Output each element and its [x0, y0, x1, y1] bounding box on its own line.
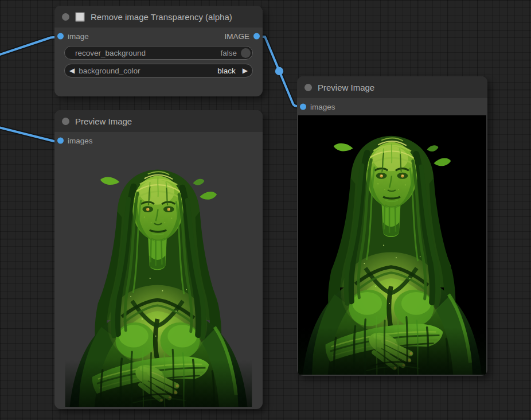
node-preview-image-right[interactable]: Preview Image images — [297, 76, 487, 376]
widget-name: background_color — [79, 67, 140, 75]
input-port-images[interactable] — [57, 138, 64, 144]
toggle-knob[interactable] — [241, 48, 251, 58]
collapse-dot[interactable] — [62, 13, 69, 21]
combo-right-arrow-icon[interactable]: ▶ — [243, 67, 248, 74]
node-box-icon — [75, 12, 85, 22]
output-port-image[interactable] — [253, 33, 260, 40]
node-graph-canvas[interactable]: Remove image Transparency (alpha) image … — [0, 0, 531, 420]
link-to-left-preview[interactable] — [0, 127, 61, 142]
preview-image-figure — [59, 149, 258, 407]
widget-value: black — [217, 67, 236, 75]
preview-image-figure — [298, 115, 486, 375]
link-midpoint-dot[interactable] — [275, 67, 283, 75]
collapse-dot[interactable] — [304, 84, 312, 91]
slot-row: images — [54, 132, 263, 149]
node-titlebar[interactable]: Preview Image — [297, 76, 487, 98]
collapse-dot[interactable] — [62, 118, 69, 125]
input-port-image[interactable] — [57, 33, 64, 40]
node-title: Remove image Transparency (alpha) — [91, 12, 232, 22]
slot-row: image IMAGE — [54, 28, 263, 45]
preview-image-transparent — [59, 149, 258, 407]
link-to-image-input[interactable] — [0, 37, 58, 56]
combo-left-arrow-icon[interactable]: ◀ — [69, 67, 75, 74]
input-label: image — [68, 32, 89, 41]
node-remove-transparency[interactable]: Remove image Transparency (alpha) image … — [54, 6, 263, 96]
widget-value: false — [220, 49, 237, 57]
widget-recover-background[interactable]: recover_background false — [64, 46, 253, 60]
node-preview-image-left[interactable]: Preview Image images — [54, 110, 263, 409]
node-titlebar[interactable]: Preview Image — [54, 110, 263, 132]
input-label: images — [68, 137, 93, 145]
node-title: Preview Image — [318, 83, 374, 92]
widget-name: recover_background — [75, 49, 146, 57]
slot-row: images — [297, 98, 487, 115]
widget-background-color[interactable]: ◀ background_color black ▶ — [64, 64, 253, 77]
node-title: Preview Image — [75, 116, 132, 126]
input-label: images — [310, 103, 335, 111]
preview-image-black-bg — [298, 115, 486, 375]
input-port-images[interactable] — [300, 104, 306, 110]
link-image-to-right-preview[interactable] — [257, 37, 301, 106]
output-label: IMAGE — [224, 32, 249, 41]
node-titlebar[interactable]: Remove image Transparency (alpha) — [54, 6, 263, 28]
